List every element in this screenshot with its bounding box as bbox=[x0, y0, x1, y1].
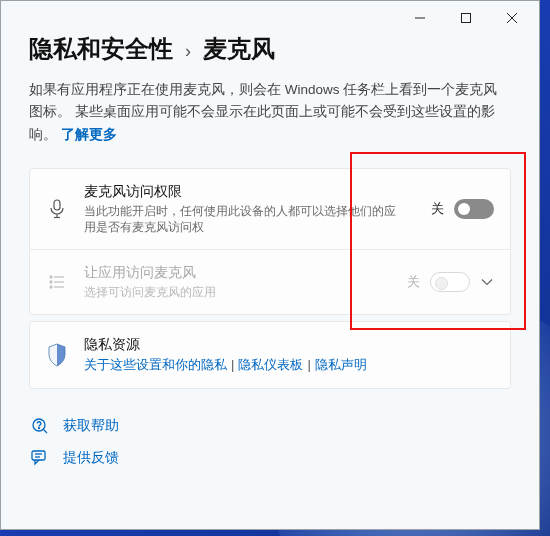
learn-more-link[interactable]: 了解更多 bbox=[61, 127, 117, 142]
feedback-icon bbox=[31, 450, 49, 466]
get-help-link[interactable]: 获取帮助 bbox=[31, 417, 511, 435]
close-button[interactable] bbox=[489, 3, 535, 33]
privacy-resources-row[interactable]: 隐私资源 关于这些设置和你的隐私|隐私仪表板|隐私声明 bbox=[30, 322, 510, 388]
privacy-dashboard-link[interactable]: 隐私仪表板 bbox=[238, 357, 303, 372]
titlebar bbox=[1, 1, 539, 35]
svg-rect-15 bbox=[32, 451, 45, 460]
svg-point-11 bbox=[50, 286, 52, 288]
description-text: 如果有应用程序正在使用麦克风，则会在 Windows 任务栏上看到一个麦克风图标… bbox=[29, 79, 511, 146]
apps-access-title: 让应用访问麦克风 bbox=[84, 264, 383, 282]
breadcrumb: 隐私和安全性 › 麦克风 bbox=[29, 33, 511, 65]
maximize-button[interactable] bbox=[443, 3, 489, 33]
privacy-statement-link[interactable]: 隐私声明 bbox=[315, 357, 367, 372]
about-settings-link[interactable]: 关于这些设置和你的隐私 bbox=[84, 357, 227, 372]
settings-group: 麦克风访问权限 当此功能开启时，任何使用此设备的人都可以选择他们的应用是否有麦克… bbox=[29, 168, 511, 316]
chevron-down-icon[interactable] bbox=[480, 278, 494, 286]
page-title: 麦克风 bbox=[203, 33, 275, 65]
apps-access-row[interactable]: 让应用访问麦克风 选择可访问麦克风的应用 关 bbox=[30, 250, 510, 314]
svg-point-7 bbox=[50, 276, 52, 278]
footer-links: 获取帮助 提供反馈 bbox=[29, 417, 511, 467]
svg-rect-1 bbox=[462, 14, 471, 23]
help-icon bbox=[31, 417, 49, 435]
mic-access-sub: 当此功能开启时，任何使用此设备的人都可以选择他们的应用是否有麦克风访问权 bbox=[84, 203, 407, 235]
svg-point-14 bbox=[39, 428, 40, 429]
mic-access-toggle[interactable] bbox=[454, 199, 494, 219]
breadcrumb-parent[interactable]: 隐私和安全性 bbox=[29, 33, 173, 65]
feedback-label: 提供反馈 bbox=[63, 449, 119, 467]
privacy-resources-title: 隐私资源 bbox=[84, 336, 486, 354]
settings-window: 隐私和安全性 › 麦克风 如果有应用程序正在使用麦克风，则会在 Windows … bbox=[0, 0, 540, 530]
apps-access-state: 关 bbox=[407, 273, 420, 291]
apps-access-toggle[interactable] bbox=[430, 272, 470, 292]
mic-access-title: 麦克风访问权限 bbox=[84, 183, 407, 201]
mic-access-row[interactable]: 麦克风访问权限 当此功能开启时，任何使用此设备的人都可以选择他们的应用是否有麦克… bbox=[30, 169, 510, 250]
feedback-link[interactable]: 提供反馈 bbox=[31, 449, 511, 467]
list-icon bbox=[46, 275, 68, 289]
svg-rect-4 bbox=[54, 200, 60, 210]
privacy-resources-card: 隐私资源 关于这些设置和你的隐私|隐私仪表板|隐私声明 bbox=[29, 321, 511, 389]
get-help-label: 获取帮助 bbox=[63, 417, 119, 435]
apps-access-sub: 选择可访问麦克风的应用 bbox=[84, 284, 383, 300]
mic-access-state: 关 bbox=[431, 200, 444, 218]
svg-point-9 bbox=[50, 281, 52, 283]
chevron-right-icon: › bbox=[185, 41, 191, 62]
privacy-resources-links: 关于这些设置和你的隐私|隐私仪表板|隐私声明 bbox=[84, 356, 486, 374]
microphone-icon bbox=[46, 199, 68, 219]
minimize-button[interactable] bbox=[397, 3, 443, 33]
shield-icon bbox=[46, 343, 68, 367]
